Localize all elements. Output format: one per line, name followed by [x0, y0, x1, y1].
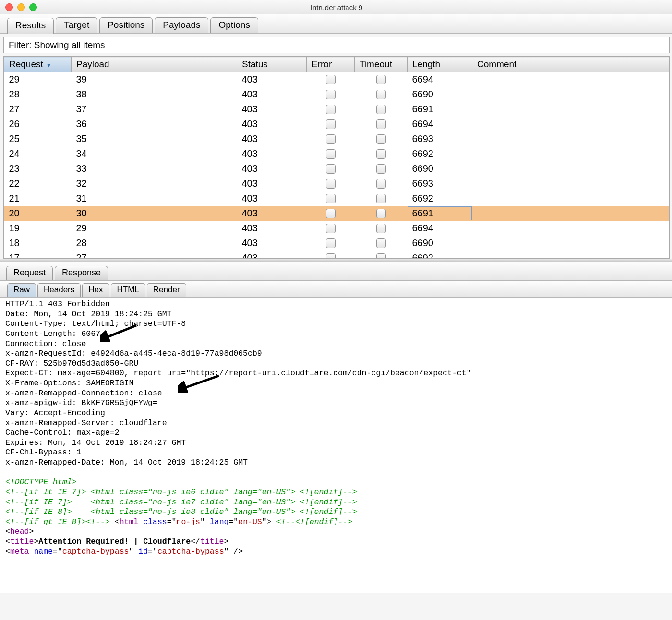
col-status[interactable]: Status	[237, 57, 307, 72]
checkbox-icon[interactable]	[376, 238, 386, 248]
table-row[interactable]: 25354036693	[4, 131, 669, 146]
svg-line-0	[104, 325, 136, 338]
svg-line-1	[182, 376, 219, 389]
annotation-arrow-icon	[178, 373, 221, 393]
window-title: Intruder attack 9	[0, 3, 672, 12]
viewtab-render[interactable]: Render	[147, 283, 186, 297]
tab-response[interactable]: Response	[55, 266, 108, 280]
checkbox-icon[interactable]	[376, 134, 386, 144]
checkbox-icon[interactable]	[326, 119, 336, 129]
table-row[interactable]: 23334036690	[4, 161, 669, 176]
checkbox-icon[interactable]	[376, 224, 386, 233]
splitter[interactable]	[0, 259, 672, 262]
tab-positions[interactable]: Positions	[99, 17, 153, 33]
tab-request[interactable]: Request	[6, 266, 53, 280]
inspector-tabs: Request Response	[0, 262, 672, 281]
checkbox-icon[interactable]	[326, 75, 336, 84]
sort-desc-icon: ▼	[46, 62, 52, 69]
table-row[interactable]: 26364036694	[4, 117, 669, 131]
col-length[interactable]: Length	[408, 57, 472, 72]
fullscreen-icon[interactable]	[29, 3, 37, 11]
checkbox-icon[interactable]	[326, 209, 336, 218]
checkbox-icon[interactable]	[326, 253, 336, 259]
table-row[interactable]: 28384036690	[4, 87, 669, 102]
col-timeout[interactable]: Timeout	[355, 57, 408, 72]
table-row[interactable]: 20304036691	[4, 206, 669, 221]
checkbox-icon[interactable]	[376, 90, 386, 99]
checkbox-icon[interactable]	[326, 164, 336, 174]
titlebar: Intruder attack 9	[0, 0, 672, 14]
raw-response[interactable]: HTTP/1.1 403 Forbidden Date: Mon, 14 Oct…	[0, 298, 672, 593]
checkbox-icon[interactable]	[326, 179, 336, 189]
checkbox-icon[interactable]	[376, 194, 386, 203]
table-row[interactable]: 22324036693	[4, 176, 669, 191]
minimize-icon[interactable]	[17, 3, 25, 11]
table-row[interactable]: 19294036694	[4, 221, 669, 236]
traffic-lights	[5, 3, 37, 11]
table-row[interactable]: 18284036690	[4, 236, 669, 250]
viewtab-hex[interactable]: Hex	[82, 283, 109, 297]
checkbox-icon[interactable]	[326, 238, 336, 248]
checkbox-icon[interactable]	[326, 224, 336, 233]
checkbox-icon[interactable]	[376, 179, 386, 189]
viewtab-html[interactable]: HTML	[111, 283, 145, 297]
viewtab-raw[interactable]: Raw	[7, 283, 36, 297]
table-row[interactable]: 24344036692	[4, 146, 669, 161]
filter-bar[interactable]: Filter: Showing all items	[3, 37, 670, 53]
checkbox-icon[interactable]	[376, 253, 386, 259]
viewtab-headers[interactable]: Headers	[37, 283, 81, 297]
tab-results[interactable]: Results	[7, 18, 54, 34]
results-table: Request▼ Payload Status Error Timeout Le…	[3, 56, 670, 259]
col-error[interactable]: Error	[307, 57, 355, 72]
table-row[interactable]: 27374036691	[4, 102, 669, 117]
annotation-arrow-icon	[100, 323, 139, 342]
tab-target[interactable]: Target	[56, 17, 97, 33]
checkbox-icon[interactable]	[326, 90, 336, 99]
checkbox-icon[interactable]	[326, 134, 336, 144]
checkbox-icon[interactable]	[326, 105, 336, 114]
col-comment[interactable]: Comment	[472, 57, 669, 72]
checkbox-icon[interactable]	[376, 209, 386, 218]
col-request[interactable]: Request▼	[4, 57, 72, 72]
col-payload[interactable]: Payload	[72, 57, 237, 72]
close-icon[interactable]	[5, 3, 13, 11]
tab-options[interactable]: Options	[210, 17, 258, 33]
tab-payloads[interactable]: Payloads	[155, 17, 208, 33]
checkbox-icon[interactable]	[376, 119, 386, 129]
intruder-window: Intruder attack 9 Results Target Positio…	[0, 0, 672, 620]
checkbox-icon[interactable]	[376, 149, 386, 159]
view-tabs: Raw Headers Hex HTML Render	[0, 281, 672, 298]
main-tabs: Results Target Positions Payloads Option…	[0, 14, 672, 34]
table-row[interactable]: 17274036692	[4, 250, 669, 259]
checkbox-icon[interactable]	[376, 105, 386, 114]
checkbox-icon[interactable]	[326, 194, 336, 203]
checkbox-icon[interactable]	[326, 149, 336, 159]
checkbox-icon[interactable]	[376, 75, 386, 84]
table-row[interactable]: 21314036692	[4, 191, 669, 206]
checkbox-icon[interactable]	[376, 164, 386, 174]
table-row[interactable]: 29394036694	[4, 72, 669, 87]
